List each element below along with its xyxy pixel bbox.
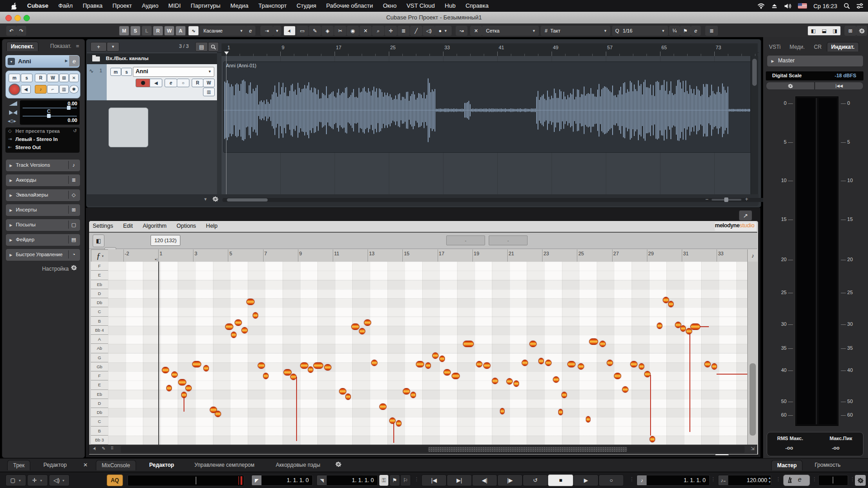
section-icon[interactable]: ▤	[68, 235, 79, 244]
inspector-setup-gear-icon[interactable]	[71, 265, 77, 271]
tempo-value[interactable]: 120.000	[728, 475, 771, 486]
mel-note-blob[interactable]	[514, 380, 519, 387]
mel-pitch-label-eb[interactable]: Eb	[91, 390, 108, 399]
event-display-area[interactable]: Anni (Anni-01)	[222, 56, 758, 194]
mel-note-blob[interactable]	[371, 360, 377, 366]
track-mute-button[interactable]: m	[110, 68, 121, 76]
go-to-end-button[interactable]: ▶|	[447, 474, 472, 486]
track-picture-placeholder[interactable]	[108, 108, 148, 147]
project-vscrollbar[interactable]	[750, 56, 758, 194]
left-locator-icon[interactable]: ◤	[251, 475, 262, 486]
glue-tool[interactable]: ◉	[347, 26, 359, 36]
track-read-button[interactable]: R	[192, 79, 203, 87]
pencil-tool[interactable]: ✎	[309, 26, 321, 36]
mel-pitch-label-e[interactable]: E	[91, 271, 108, 280]
record-button[interactable]: ○	[599, 474, 624, 486]
menu-студия[interactable]: Студия	[292, 0, 321, 12]
mel-note-blob[interactable]	[339, 388, 346, 394]
monitor-mode-dropdown[interactable]: ◁)▼	[49, 474, 70, 486]
mel-pitch-label-ab[interactable]: Ab	[91, 344, 108, 353]
toggle-lower-zone-button[interactable]: ⬓	[819, 26, 830, 35]
mel-pitch-label-g[interactable]: G	[91, 353, 108, 362]
mel-menu-algorithm[interactable]: Algorithm	[143, 223, 167, 229]
mel-pitch-label-bb4[interactable]: Bb 4	[91, 326, 108, 335]
mel-note-blob[interactable]	[492, 378, 498, 384]
toggle-left-zone-button[interactable]: ◧	[808, 26, 819, 35]
mel-zoom-tool-icon[interactable]: ✎	[102, 446, 105, 451]
menu-партитуры[interactable]: Партитуры	[186, 0, 226, 12]
mel-note-blob[interactable]	[599, 341, 606, 347]
mel-menu-edit[interactable]: Edit	[123, 223, 133, 229]
track-write-button[interactable]: W	[203, 79, 215, 87]
grid-type-dropdown[interactable]: Сетка▼	[482, 26, 539, 36]
mel-note-blob[interactable]	[300, 362, 308, 369]
right-locator-value[interactable]: 1. 1. 1. 0	[326, 475, 378, 486]
mel-note-blob[interactable]	[506, 378, 513, 385]
project-zone-gear-icon[interactable]	[212, 196, 218, 202]
forward-button[interactable]: |▶	[497, 474, 523, 486]
output-routing-value[interactable]: Stereo Out	[15, 145, 41, 150]
audio-alignment-button[interactable]: ≣	[705, 26, 718, 36]
mel-note-blob[interactable]	[171, 371, 178, 378]
mel-tempo-field[interactable]: 120 (132)	[151, 235, 180, 246]
eraser-tool[interactable]: ◈	[321, 26, 334, 36]
zoom-slider[interactable]	[712, 199, 741, 201]
mel-note-blob[interactable]	[185, 385, 192, 391]
delay-value[interactable]: 0.00	[68, 117, 77, 123]
mel-pitch-label-b[interactable]: B	[91, 427, 108, 436]
menu-vst-cloud[interactable]: VST Cloud	[401, 0, 440, 12]
mel-clef-cell[interactable]: ƒ▾	[91, 249, 109, 263]
playhead-marker[interactable]	[224, 52, 229, 55]
play-button[interactable]: ▶	[573, 474, 599, 486]
mel-note-blob[interactable]	[215, 411, 221, 417]
inspector-section-1[interactable]: ▶Track Versions♪	[5, 159, 80, 172]
track-scale-dropdown-icon[interactable]: ▼	[203, 197, 208, 202]
menubar-clock[interactable]: Ср 16:23	[813, 3, 837, 9]
mel-pitch-label-gb[interactable]: Gb	[91, 362, 108, 371]
read-automation-button[interactable]: R	[35, 74, 47, 82]
tab-visibility[interactable]: Показат.	[46, 42, 75, 51]
mel-pitch-label-db[interactable]: Db	[91, 408, 108, 417]
mute-button[interactable]: m	[9, 74, 20, 82]
menu-проект[interactable]: Проект	[108, 0, 137, 12]
inspector-setup-label[interactable]: Настройка	[0, 266, 69, 272]
tab-chord-pads[interactable]: Аккордовые пэды	[270, 460, 326, 470]
mel-note-blob[interactable]	[324, 364, 331, 371]
undo-button[interactable]: ↶	[6, 26, 16, 36]
lock-track-button[interactable]: ⌐	[47, 85, 59, 94]
mel-pitch-label-c[interactable]: C	[91, 307, 108, 316]
mel-pitch-label-d[interactable]: D	[91, 399, 108, 408]
quantize-panel-button[interactable]: ⚑	[680, 26, 691, 36]
mel-note-blob[interactable]	[379, 404, 387, 410]
track-expand-icon[interactable]: ▶	[65, 59, 68, 63]
add-track-dropdown[interactable]: ▼	[107, 42, 119, 52]
zoom-out-icon[interactable]: −	[705, 196, 708, 202]
mel-note-blob[interactable]	[567, 361, 576, 367]
mel-note-blob[interactable]	[529, 341, 537, 347]
meter-settings-button[interactable]	[766, 82, 815, 90]
stop-button[interactable]: ■	[548, 474, 573, 486]
mel-note-blob[interactable]	[389, 418, 396, 424]
menu-файл[interactable]: Файл	[53, 0, 78, 12]
zoom-tool[interactable]: ⌕	[372, 26, 384, 36]
cursor-mode-dropdown[interactable]: ✛▼	[27, 474, 48, 486]
mel-note-blob[interactable]	[644, 371, 651, 377]
volume-icon[interactable]	[784, 3, 792, 9]
mel-vscroll-thumb[interactable]	[750, 363, 756, 436]
mel-note-blob[interactable]	[364, 319, 371, 326]
keyboard-layout-flag-icon[interactable]	[798, 3, 807, 9]
track-name-field[interactable]: Anni ▼	[133, 67, 214, 77]
inspector-menu-icon[interactable]: =	[76, 43, 79, 49]
spotlight-icon[interactable]	[844, 3, 850, 9]
window-layout-button[interactable]: ⊞	[844, 26, 856, 36]
project-hscrollbar[interactable]	[222, 198, 778, 202]
right-tab-vsti[interactable]: VSTi	[765, 42, 785, 52]
mel-grid-tool-icon[interactable]: ⠿	[111, 446, 114, 450]
mel-note-blob[interactable]	[607, 360, 613, 366]
tab-loudness[interactable]: Громкость	[809, 460, 846, 470]
menu-cubase[interactable]: Cubase	[22, 0, 53, 12]
section-icon[interactable]: ♪	[68, 161, 79, 169]
peak-max-value[interactable]: -оо	[832, 445, 840, 450]
mel-note-blob[interactable]	[246, 299, 255, 305]
mel-resize-corner-icon[interactable]: ⇲	[751, 446, 755, 451]
